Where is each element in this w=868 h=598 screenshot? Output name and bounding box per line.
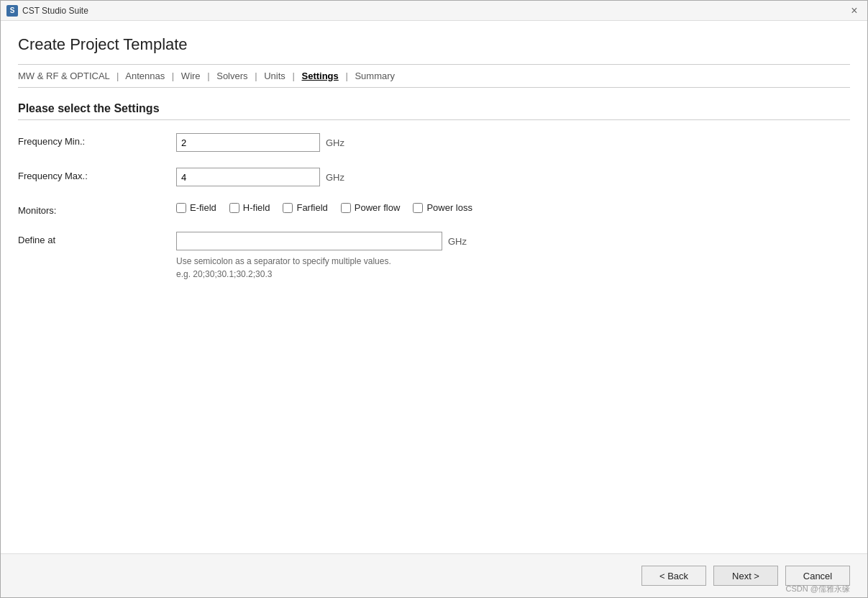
monitors-group: E-field H-field Farfield Power flow [176,202,472,213]
back-button[interactable]: < Back [641,566,706,586]
monitor-efield[interactable]: E-field [176,202,216,213]
monitor-hfield-checkbox[interactable] [229,203,239,213]
hint-text: Use semicolon as a separator to specify … [176,255,467,281]
hint-line2: e.g. 20;30;30.1;30.2;30.3 [176,269,272,279]
main-window: S CST Studio Suite × Create Project Temp… [0,0,868,598]
section-title: Please select the Settings [18,102,850,120]
define-at-group: GHz Use semicolon as a separator to spec… [176,232,467,281]
breadcrumb-item-0[interactable]: MW & RF & OPTICAL [18,71,109,81]
breadcrumb-item-2[interactable]: Wire [181,71,201,81]
define-at-row: Define at GHz Use semicolon as a separat… [18,232,850,281]
define-at-input-row: GHz [176,232,467,250]
monitor-powerflow-label: Power flow [355,202,401,213]
freq-max-input[interactable] [176,168,320,186]
hint-line1: Use semicolon as a separator to specify … [176,256,391,266]
monitor-farfield[interactable]: Farfield [283,202,327,213]
content-area: Create Project Template MW & RF & OPTICA… [1,21,867,553]
sep-0: | [117,71,119,81]
freq-min-input[interactable] [176,133,320,152]
title-bar-left: S CST Studio Suite [6,5,88,17]
monitor-powerloss-checkbox[interactable] [413,203,423,213]
monitor-hfield-label: H-field [243,202,270,213]
monitor-efield-checkbox[interactable] [176,203,186,213]
breadcrumb-item-3[interactable]: Solvers [216,71,247,81]
sep-2: | [207,71,209,81]
breadcrumb-item-4[interactable]: Units [264,71,285,81]
define-at-label: Define at [18,232,176,245]
freq-max-controls: GHz [176,168,344,186]
breadcrumb-item-5-active[interactable]: Settings [301,71,338,81]
sep-5: | [345,71,347,81]
define-at-unit: GHz [448,236,467,247]
cancel-button[interactable]: Cancel [785,566,850,586]
app-title: CST Studio Suite [22,6,88,16]
monitor-powerflow[interactable]: Power flow [341,202,401,213]
monitor-efield-label: E-field [190,202,216,213]
close-button[interactable]: × [847,4,862,18]
monitor-powerloss-label: Power loss [426,202,472,213]
monitor-farfield-checkbox[interactable] [283,203,293,213]
page-title: Create Project Template [18,35,850,54]
monitor-farfield-label: Farfield [296,202,327,213]
freq-max-row: Frequency Max.: GHz [18,168,850,186]
breadcrumb-item-6[interactable]: Summary [355,71,395,81]
freq-max-label: Frequency Max.: [18,168,176,181]
freq-min-label: Frequency Min.: [18,133,176,147]
watermark: CSDN @儒雅永缘 [786,584,850,594]
footer: < Back Next > Cancel CSDN @儒雅永缘 [1,553,867,597]
sep-4: | [292,71,294,81]
monitor-hfield[interactable]: H-field [229,202,270,213]
monitors-label: Monitors: [18,202,176,216]
sep-1: | [172,71,174,81]
sep-3: | [255,71,257,81]
title-bar: S CST Studio Suite × [1,1,867,21]
next-button[interactable]: Next > [713,566,778,586]
freq-min-controls: GHz [176,133,344,152]
define-at-input[interactable] [176,232,442,250]
freq-min-row: Frequency Min.: GHz [18,133,850,152]
freq-min-unit: GHz [326,137,344,148]
freq-max-unit: GHz [326,172,344,183]
breadcrumb: MW & RF & OPTICAL | Antennas | Wire | So… [18,64,850,88]
monitors-row: Monitors: E-field H-field Farfield [18,202,850,216]
breadcrumb-item-1[interactable]: Antennas [125,71,165,81]
monitor-powerflow-checkbox[interactable] [341,203,351,213]
form-area: Frequency Min.: GHz Frequency Max.: GHz … [18,133,850,553]
app-icon: S [6,5,18,17]
monitor-powerloss[interactable]: Power loss [413,202,472,213]
